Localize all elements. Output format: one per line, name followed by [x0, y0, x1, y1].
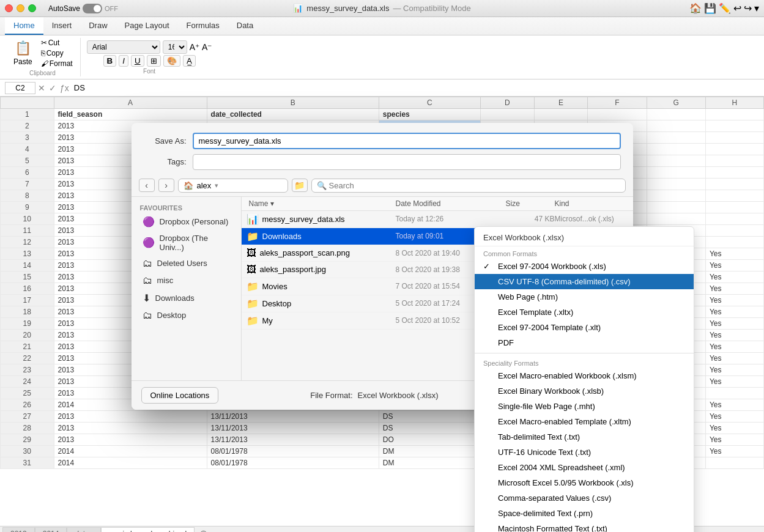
dialog-sidebar: Favourites 🟣 Dropbox (Personal) 🟣 Dropbo… — [132, 197, 242, 380]
file-date: Today at 12:26 — [396, 215, 506, 223]
save-as-label: Save As: — [144, 136, 187, 146]
col-size-header[interactable]: Size — [506, 199, 555, 208]
format-option-htm[interactable]: Web Page (.htm) — [475, 289, 694, 305]
file-format-value: Excel Workbook (.xlsx) — [358, 391, 439, 400]
format-option-xls95[interactable]: Microsoft Excel 5.0/95 Workbook (.xls) — [475, 475, 694, 490]
format-option-txt-utf16[interactable]: UTF-16 Unicode Text (.txt) — [475, 445, 694, 460]
sidebar-item-label: Downloads — [155, 294, 195, 303]
file-format-area: File Format: Excel Workbook (.xlsx) — [310, 391, 438, 400]
search-bar: 🔍 — [311, 179, 626, 193]
format-option-xltx[interactable]: Excel Template (.xltx) — [475, 305, 694, 320]
file-name: messy_survey_data.xls — [262, 215, 396, 224]
folder-icon: 📁 — [247, 298, 259, 309]
col-name-header[interactable]: Name ▾ — [247, 199, 396, 208]
dialog-toolbar: ‹ › 🏠 alex ▾ 📁 🔍 — [132, 175, 633, 197]
file-name: aleks_passport.jpg — [260, 265, 396, 274]
sidebar-item-dropbox-univ[interactable]: 🟣 Dropbox (The Univ...) — [134, 231, 239, 255]
check-icon: ✓ — [483, 262, 493, 271]
format-option-txt-tab[interactable]: Tab-delimited Text (.txt) — [475, 429, 694, 445]
format-option-mac-txt[interactable]: Macintosh Formatted Text (.txt) — [475, 521, 694, 532]
divider — [475, 353, 694, 353]
new-folder-icon-btn[interactable]: 📁 — [292, 179, 308, 192]
chevron-down-icon: ▾ — [215, 182, 218, 190]
back-button[interactable]: ‹ — [139, 179, 155, 192]
online-locations-button[interactable]: Online Locations — [141, 387, 219, 404]
col-kind-header[interactable]: Kind — [555, 199, 628, 208]
sidebar-item-label: Desktop — [157, 311, 187, 320]
search-input[interactable] — [329, 181, 620, 190]
list-item[interactable]: 📊 messy_survey_data.xls Today at 12:26 4… — [242, 211, 633, 228]
file-name: Movies — [262, 282, 396, 291]
format-option-prn[interactable]: Space-delimited Text (.prn) — [475, 506, 694, 521]
format-option-xml[interactable]: Excel 2004 XML Spreadsheet (.xml) — [475, 460, 694, 475]
dropbox-personal-icon: 🟣 — [143, 216, 155, 227]
tags-label: Tags: — [144, 157, 187, 166]
common-formats-label: Common Formats — [475, 246, 694, 259]
sidebar-item-label: Deleted Users — [157, 259, 207, 268]
downloads-icon: ⬇ — [143, 292, 150, 304]
format-dropdown: Excel Workbook (.xlsx) Common Formats ✓ … — [474, 226, 694, 532]
file-format-label: File Format: — [310, 391, 352, 400]
folder-icon: 📁 — [247, 315, 259, 327]
sidebar-item-label: Dropbox (The Univ...) — [160, 234, 230, 252]
folder-icon: 📁 — [247, 231, 259, 242]
filename-row: Save As: — [144, 133, 621, 149]
format-option-xlsb[interactable]: Excel Binary Workbook (.xlsb) — [475, 383, 694, 399]
folder-icon: 🗂 — [143, 258, 152, 269]
format-option-pdf[interactable]: PDF — [475, 335, 694, 350]
format-option-xlt[interactable]: Excel 97-2004 Template (.xlt) — [475, 320, 694, 335]
sidebar-item-label: misc — [157, 276, 174, 285]
folder-plus-icon: 📁 — [294, 180, 305, 190]
favourites-label: Favourites — [132, 202, 241, 213]
dialog-header: Save As: Tags: — [132, 123, 633, 175]
file-name: aleks_passport_scan.png — [260, 248, 396, 257]
file-icon: 🖼 — [247, 248, 256, 259]
format-option-csv-utf8[interactable]: CSV UTF-8 (Comma-delimited) (.csv) — [475, 274, 694, 289]
file-list-header: Name ▾ Date Modified Size Kind — [242, 197, 633, 211]
dropbox-univ-icon: 🟣 — [143, 237, 155, 248]
location-icon: 🏠 — [184, 181, 193, 190]
sidebar-item-label: Dropbox (Personal) — [160, 217, 229, 226]
format-option-xls[interactable]: ✓ Excel 97-2004 Workbook (.xls) — [475, 259, 694, 274]
file-name: Downloads — [262, 232, 396, 241]
sidebar-item-dropbox-personal[interactable]: 🟣 Dropbox (Personal) — [134, 213, 239, 231]
tags-row: Tags: — [144, 154, 621, 170]
format-option-csv[interactable]: Comma-separated Values (.csv) — [475, 490, 694, 506]
search-icon: 🔍 — [317, 181, 327, 190]
tags-input[interactable] — [193, 154, 621, 170]
filename-input[interactable] — [193, 133, 621, 149]
file-kind: Microsof...ok (.xls) — [555, 215, 628, 223]
col-date-header[interactable]: Date Modified — [396, 199, 506, 208]
forward-button[interactable]: › — [158, 179, 174, 192]
misc-icon: 🗂 — [143, 275, 152, 286]
file-size: 47 KB — [506, 215, 555, 223]
file-icon: 📊 — [247, 213, 259, 225]
sidebar-item-deleted-users[interactable]: 🗂 Deleted Users — [134, 255, 239, 272]
desktop-icon: 🗂 — [143, 310, 152, 321]
format-value-display: Excel Workbook (.xlsx) — [475, 229, 694, 246]
format-option-xltm[interactable]: Excel Macro-enabled Template (.xltm) — [475, 414, 694, 429]
location-dropdown[interactable]: 🏠 alex ▾ — [178, 179, 288, 193]
sidebar-item-downloads[interactable]: ⬇ Downloads — [134, 289, 239, 307]
folder-icon: 📁 — [247, 281, 259, 292]
format-option-mht[interactable]: Single-file Web Page (.mht) — [475, 399, 694, 414]
sidebar-item-desktop[interactable]: 🗂 Desktop — [134, 307, 239, 324]
file-name: Desktop — [262, 299, 396, 308]
file-name: My — [262, 316, 396, 325]
format-option-xlsm[interactable]: Excel Macro-enabled Workbook (.xlsm) — [475, 368, 694, 383]
location-label: alex — [197, 181, 212, 190]
file-icon: 🖼 — [247, 264, 256, 275]
sidebar-item-misc[interactable]: 🗂 misc — [134, 272, 239, 289]
speciality-formats-label: Speciality Formats — [475, 356, 694, 368]
